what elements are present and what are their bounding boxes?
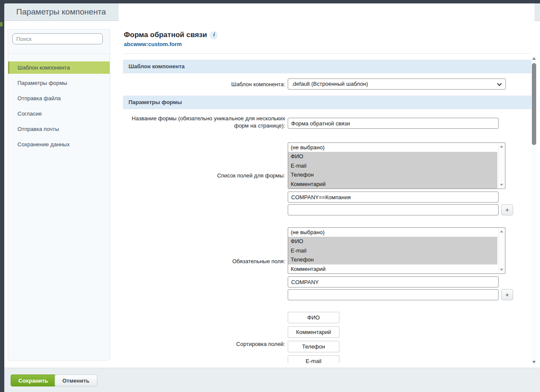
sort-fields-label: Сортировка полей:: [131, 340, 285, 348]
section-header-template: Шаблон компонента: [123, 60, 534, 73]
form-name-label: Название формы (обязательно уникальное д…: [131, 115, 285, 129]
fields-new-input[interactable]: [288, 204, 499, 215]
scroll-down-icon[interactable]: [500, 184, 503, 186]
main-content: Форма обратной связиi abcwww:custom.form…: [119, 3, 534, 363]
scroll-down-icon[interactable]: [532, 361, 536, 363]
sidebar-item-file-upload[interactable]: Отправка файла: [8, 92, 110, 105]
search-input[interactable]: [12, 33, 103, 44]
required-fields-label: Обязательные поля:: [131, 258, 285, 265]
listbox-option[interactable]: Телефон: [288, 255, 497, 264]
info-icon[interactable]: i: [210, 31, 217, 38]
header-divider: [124, 53, 530, 54]
fields-extra-input[interactable]: [288, 192, 499, 203]
page-title: Форма обратной связиi: [124, 31, 217, 39]
listbox-option[interactable]: Комментарий: [288, 264, 497, 273]
sidebar: Шаблон компонента Параметры формы Отправ…: [8, 29, 110, 360]
sidebar-menu: Шаблон компонента Параметры формы Отправ…: [8, 61, 110, 154]
section-header-form-params: Параметры формы: [123, 96, 534, 109]
background-page-edge: [0, 22, 3, 26]
listbox-option[interactable]: (не выбрано): [288, 228, 497, 237]
add-required-button[interactable]: +: [501, 289, 513, 300]
listbox-option[interactable]: E-mail: [288, 246, 497, 255]
scrollbar-thumb[interactable]: [532, 63, 536, 145]
listbox-option[interactable]: Комментарий: [288, 180, 497, 189]
sidebar-divider: [8, 53, 110, 54]
component-title: Форма обратной связи: [124, 31, 207, 39]
sidebar-item-mail-send[interactable]: Отправка почты: [8, 123, 110, 135]
chevron-down-icon: [497, 81, 502, 86]
listbox-option[interactable]: Телефон: [288, 170, 497, 179]
content-scrollbar[interactable]: [531, 56, 537, 364]
scroll-up-icon[interactable]: [500, 145, 503, 148]
fields-listbox[interactable]: (не выбрано) ФИО E-mail Телефон Коммента…: [288, 142, 505, 189]
dialog-footer: Сохранить Отменить: [4, 368, 540, 392]
sort-item[interactable]: E-mail: [288, 355, 339, 363]
template-select-label: Шаблон компонента:: [131, 81, 285, 88]
scroll-up-icon[interactable]: [500, 230, 503, 232]
sidebar-item-consent[interactable]: Согласие: [8, 107, 110, 120]
sidebar-item-form-params[interactable]: Параметры формы: [8, 77, 110, 89]
scroll-down-icon[interactable]: [500, 269, 503, 271]
template-select-value: .default (Встроенный шаблон): [292, 81, 368, 87]
sidebar-item-template[interactable]: Шаблон компонента: [8, 61, 110, 74]
sort-item[interactable]: Телефон: [288, 341, 339, 352]
sidebar-item-data-save[interactable]: Сохранение данных: [8, 138, 110, 151]
template-select[interactable]: .default (Встроенный шаблон): [288, 78, 506, 90]
listbox-option[interactable]: E-mail: [288, 161, 497, 170]
cancel-button[interactable]: Отменить: [55, 375, 97, 386]
required-extra-input[interactable]: [288, 276, 499, 287]
listbox-scrollbar[interactable]: [498, 143, 505, 188]
scroll-up-icon[interactable]: [532, 57, 536, 60]
sort-item[interactable]: Комментарий: [288, 326, 339, 338]
listbox-option[interactable]: (не выбрано): [288, 143, 497, 152]
required-new-input[interactable]: [288, 289, 499, 300]
listbox-option[interactable]: ФИО: [288, 152, 497, 161]
listbox-scrollbar[interactable]: [498, 228, 505, 273]
save-button[interactable]: Сохранить: [11, 375, 56, 386]
component-parameters-dialog: Параметры компонента × Шаблон компонента…: [4, 3, 540, 392]
sort-item[interactable]: ФИО: [288, 312, 339, 323]
component-name-link[interactable]: abcwww:custom.form: [124, 41, 182, 47]
dialog-title: Параметры компонента: [16, 7, 106, 17]
add-field-button[interactable]: +: [501, 204, 513, 215]
listbox-option[interactable]: ФИО: [288, 237, 497, 246]
required-listbox[interactable]: (не выбрано) ФИО E-mail Телефон Коммента…: [288, 227, 505, 274]
fields-list-label: Список полей для формы:: [131, 172, 285, 179]
form-name-input[interactable]: [288, 118, 499, 129]
